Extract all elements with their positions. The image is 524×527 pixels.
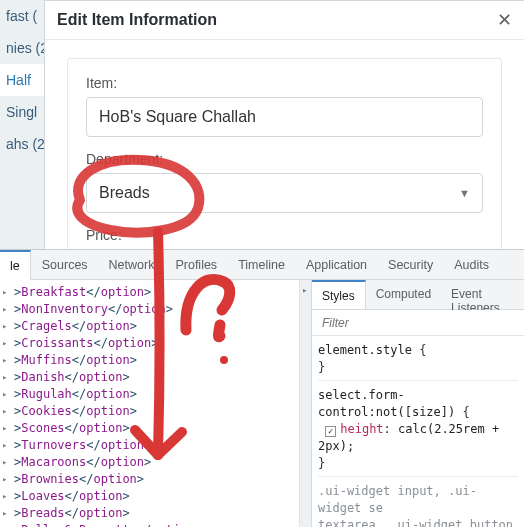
devtools-tab[interactable]: Sources	[32, 251, 98, 279]
option-row[interactable]: ▸>Croissants</option>	[14, 335, 309, 352]
checkbox-icon[interactable]	[325, 426, 336, 437]
modal-title: Edit Item Information	[57, 11, 217, 29]
sidebar-item[interactable]: nies (2	[0, 32, 44, 64]
devtools-tab[interactable]: Timeline	[228, 251, 295, 279]
elements-panel[interactable]: ▸>Breakfast</option>▸>NonInventory</opti…	[0, 280, 312, 527]
sidebar-item[interactable]: ahs (2	[0, 128, 44, 160]
devtools-tab[interactable]: Audits	[444, 251, 499, 279]
devtools-tab[interactable]: Network	[99, 251, 165, 279]
option-row[interactable]: ▸>Rugulah</option>	[14, 386, 309, 403]
option-row[interactable]: ▸>Brownies</option>	[14, 471, 309, 488]
option-row[interactable]: ▸>Breakfast</option>	[14, 284, 309, 301]
option-row[interactable]: ▸>Rolls & Baguette</option>	[14, 522, 309, 527]
styles-filter-input[interactable]	[312, 310, 524, 336]
chevron-down-icon: ▼	[459, 187, 470, 199]
edit-item-modal: Edit Item Information ✕ Item: Department…	[44, 0, 524, 249]
option-row[interactable]: ▸>Muffins</option>	[14, 352, 309, 369]
styles-tab[interactable]: Event Listeners	[441, 280, 524, 309]
sidebar: fast ( nies (2 Half Singl ahs (2	[0, 0, 44, 249]
department-label: Department:	[86, 151, 483, 167]
gutter[interactable]	[299, 280, 311, 527]
sidebar-item[interactable]: Singl	[0, 96, 44, 128]
sidebar-item[interactable]: fast (	[0, 0, 44, 32]
department-select[interactable]: Breads ▼	[86, 173, 483, 213]
styles-tab[interactable]: Computed	[366, 280, 441, 309]
close-icon[interactable]: ✕	[497, 11, 512, 29]
sidebar-item[interactable]: Half	[0, 64, 44, 96]
price-label: Price:	[86, 227, 483, 243]
item-label: Item:	[86, 75, 483, 91]
option-row[interactable]: ▸>Cookies</option>	[14, 403, 309, 420]
option-row[interactable]: ▸>Breads</option>	[14, 505, 309, 522]
option-row[interactable]: ▸>Loaves</option>	[14, 488, 309, 505]
devtools-tab[interactable]: Application	[296, 251, 377, 279]
devtools-tab[interactable]: le	[0, 250, 31, 280]
option-row[interactable]: ▸>Scones</option>	[14, 420, 309, 437]
department-value: Breads	[99, 184, 150, 202]
option-row[interactable]: ▸>Macaroons</option>	[14, 454, 309, 471]
devtools: le Sources Network Profiles Timeline App…	[0, 249, 524, 527]
css-rules[interactable]: element.style {} select.form-control:not…	[312, 336, 524, 527]
option-row[interactable]: ▸>Cragels</option>	[14, 318, 309, 335]
devtools-tab[interactable]: Security	[378, 251, 443, 279]
option-row[interactable]: ▸>Turnovers</option>	[14, 437, 309, 454]
styles-panel: Styles Computed Event Listeners element.…	[312, 280, 524, 527]
item-input[interactable]	[86, 97, 483, 137]
devtools-tab[interactable]: Profiles	[165, 251, 227, 279]
option-row[interactable]: ▸>Danish</option>	[14, 369, 309, 386]
devtools-tabs: le Sources Network Profiles Timeline App…	[0, 250, 524, 280]
styles-tab[interactable]: Styles	[312, 280, 366, 309]
option-row[interactable]: ▸>NonInventory</option>	[14, 301, 309, 318]
